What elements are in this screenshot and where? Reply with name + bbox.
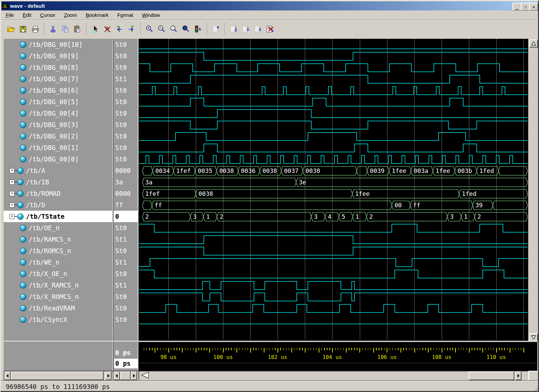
signal-row-tb-readvram[interactable]: /tb/ReadVRAM: [4, 302, 112, 314]
print-button[interactable]: [29, 23, 41, 35]
svg-text:1: 1: [206, 213, 210, 220]
edit-box-3-button[interactable]: [252, 23, 263, 35]
signal-names-panel[interactable]: /tb/DBG_00[10]/tb/DBG_00[9]/tb/DBG_00[8]…: [4, 39, 112, 341]
zoom-in-button[interactable]: [144, 23, 155, 35]
signal-row-tb-we-n[interactable]: /tb/WE_n: [4, 257, 112, 268]
edit-box-1-button[interactable]: [228, 23, 239, 35]
svg-text:1fee: 1fee: [355, 190, 370, 197]
stop-draw-button[interactable]: [192, 23, 203, 35]
select-cursor-button[interactable]: [89, 23, 101, 35]
menu-cursor[interactable]: Cursor: [36, 10, 60, 20]
close-button[interactable]: ✕: [529, 3, 538, 11]
signal-value: St1: [114, 73, 138, 85]
signal-value: St0: [114, 222, 138, 234]
save-button[interactable]: [17, 23, 29, 35]
signal-row-tb-d[interactable]: +/tb/D: [4, 199, 112, 211]
wave-hscroll-thumb[interactable]: [469, 371, 514, 380]
menu-edit[interactable]: Edit: [18, 10, 36, 20]
restore-button[interactable]: ❐: [521, 3, 530, 11]
minimize-button[interactable]: _: [512, 3, 521, 11]
menu-window[interactable]: Window: [138, 10, 164, 20]
signal-row-tb-x-romcs-n[interactable]: /tb/X_ROMCS_n: [4, 291, 112, 302]
open-file-button[interactable]: [5, 23, 17, 35]
svg-text:0038: 0038: [198, 190, 213, 197]
signal-row-tb-a[interactable]: +/tb/A: [4, 165, 112, 176]
wave-bus: 1fef00381fee1fed: [142, 189, 528, 198]
signal-row-tb-dbg-00-7[interactable]: /tb/DBG_00[7]: [4, 73, 112, 85]
values-hscroll-right-button[interactable]: [131, 371, 137, 380]
delete-cursor-button[interactable]: [101, 23, 113, 35]
insert-cursor-button[interactable]: [210, 23, 221, 35]
signal-row-tb-romcs-n[interactable]: /tb/ROMCS_n: [4, 245, 112, 257]
signal-row-tb-dbg-00-0[interactable]: /tb/DBG_00[0]: [4, 153, 112, 165]
signal-row-tb-oe-n[interactable]: /tb/OE_n: [4, 222, 112, 234]
menu-zoom[interactable]: Zoom: [60, 10, 81, 20]
waveform-canvas[interactable]: 00341fef00350038003600380037003800391fee…: [138, 39, 528, 341]
signal-row-tb-dbg-00-3[interactable]: /tb/DBG_00[3]: [4, 119, 112, 130]
signal-row-tb-romad[interactable]: +/tb/ROMAD: [4, 188, 112, 199]
resize-grip[interactable]: [533, 385, 539, 391]
signal-row-tb-dbg-00-2[interactable]: /tb/DBG_00[2]: [4, 130, 112, 142]
wave-vertical-scrollbar[interactable]: [529, 39, 537, 341]
scroll-up-button[interactable]: [529, 39, 538, 48]
signal-sphere-icon: [20, 248, 26, 254]
signal-row-tb-dbg-00-6[interactable]: /tb/DBG_00[6]: [4, 85, 112, 96]
signal-row-tb-ib[interactable]: +/tb/IB: [4, 176, 112, 188]
svg-text:3a: 3a: [145, 179, 153, 186]
menu-file[interactable]: File: [1, 10, 18, 20]
paste-button[interactable]: [71, 23, 83, 35]
copy-button[interactable]: [59, 23, 71, 35]
wave-hscroll-right-button[interactable]: [515, 371, 521, 380]
zoom-out-button[interactable]: [156, 23, 167, 35]
cut-button[interactable]: [47, 23, 59, 35]
discard-edit-button[interactable]: [264, 23, 276, 35]
zoom-area-button[interactable]: [168, 23, 179, 35]
signal-sphere-icon: [20, 305, 26, 311]
expand-icon[interactable]: +: [9, 191, 14, 196]
cursor-time-value[interactable]: 0 ps: [114, 359, 138, 368]
find-previous-transition-button[interactable]: [114, 23, 125, 35]
expand-icon[interactable]: +: [9, 168, 14, 173]
toolbar-separator: [205, 23, 209, 35]
expand-icon[interactable]: +: [9, 180, 14, 185]
wave-hscrollbar[interactable]: [138, 371, 529, 381]
time-ruler[interactable]: 98 us100 us102 us104 us106 us108 us110 u…: [138, 342, 537, 371]
values-hscroll-thumb[interactable]: [120, 371, 131, 380]
signal-row-tb-dbg-00-8[interactable]: /tb/DBG_00[8]: [4, 62, 112, 73]
svg-text:39: 39: [475, 202, 483, 209]
menu-bookmark[interactable]: Bookmark: [81, 10, 113, 20]
signal-row-tb-dbg-00-5[interactable]: /tb/DBG_00[5]: [4, 96, 112, 108]
titlebar[interactable]: wave - default _ ❐ ✕: [1, 1, 538, 10]
signal-name: /tb/WE_n: [29, 259, 60, 266]
zoom-full-icon: [182, 25, 190, 33]
expand-icon[interactable]: +: [9, 203, 14, 208]
edit-box-1-icon: [229, 25, 238, 33]
cursor-flag-icon[interactable]: [140, 371, 150, 379]
names-hscroll-right-button[interactable]: [105, 371, 112, 380]
wave-trace: [139, 281, 528, 290]
svg-text:1fef: 1fef: [176, 167, 191, 174]
scroll-down-button[interactable]: [529, 333, 538, 341]
signal-row-tb-dbg-00-1[interactable]: /tb/DBG_00[1]: [4, 142, 112, 153]
signal-row-tb-dbg-00-4[interactable]: /tb/DBG_00[4]: [4, 108, 112, 119]
find-previous-transition-icon: [115, 25, 124, 33]
names-hscrollbar[interactable]: [4, 371, 114, 381]
expand-icon[interactable]: +: [9, 214, 14, 219]
names-hscroll-thumb[interactable]: [11, 371, 104, 380]
signal-row-tb-x-oe-n[interactable]: /tb/X_OE_n: [4, 268, 112, 279]
signal-row-tb-csyncx[interactable]: /tb/CSyncX: [4, 314, 112, 325]
values-hscrollbar[interactable]: [113, 371, 139, 381]
signal-row-tb-x-ramcs-n[interactable]: /tb/X_RAMCS_n: [4, 279, 112, 291]
signal-value: St0: [114, 96, 138, 108]
signal-row-tb-dbg-00-9[interactable]: /tb/DBG_00[9]: [4, 50, 112, 62]
zoom-full-button[interactable]: [180, 23, 191, 35]
values-hscroll-left-button[interactable]: [114, 371, 120, 380]
names-hscroll-left-button[interactable]: [4, 371, 11, 380]
signal-row-tb-tstate[interactable]: +/tb/TState: [4, 211, 112, 222]
find-next-transition-button[interactable]: [126, 23, 137, 35]
signal-row-tb-dbg-00-10[interactable]: /tb/DBG_00[10]: [4, 39, 112, 50]
menu-format[interactable]: Format: [113, 10, 138, 20]
edit-box-2-button[interactable]: [240, 23, 251, 35]
signal-row-tb-ramcs-n[interactable]: /tb/RAMCS_n: [4, 234, 112, 245]
svg-text:0038: 0038: [262, 167, 277, 174]
